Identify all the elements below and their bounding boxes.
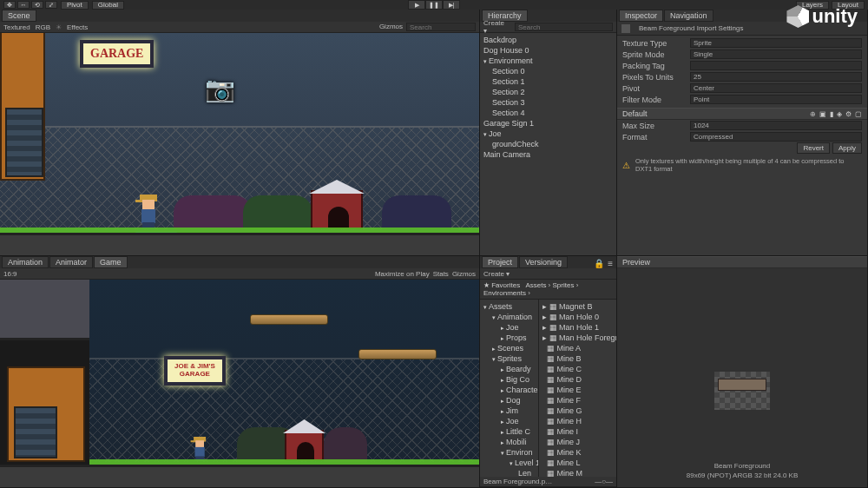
effects-toggle[interactable]: Effects: [67, 23, 88, 31]
move-tool[interactable]: ↔: [17, 1, 30, 9]
lock-icon[interactable]: 🔒: [594, 259, 604, 268]
gizmos-dropdown[interactable]: Gizmos: [379, 23, 403, 31]
folder-item[interactable]: Jim: [480, 406, 538, 416]
folder-item[interactable]: Sprites: [480, 353, 538, 364]
pivot-field[interactable]: Center: [690, 83, 862, 93]
folder-item[interactable]: Characte: [480, 385, 538, 395]
folder-item[interactable]: Mobili: [480, 437, 538, 447]
asset-item[interactable]: ▦ Mine F: [539, 395, 616, 406]
apply-button[interactable]: Apply: [832, 142, 862, 154]
hierarchy-item[interactable]: Joe: [480, 129, 616, 139]
asset-item[interactable]: ▦ Mine B: [539, 353, 616, 364]
hierarchy-item[interactable]: Section 4: [480, 108, 616, 118]
hierarchy-item[interactable]: Environment: [480, 56, 616, 66]
tab-navigation[interactable]: Navigation: [664, 10, 713, 22]
asset-item[interactable]: ▦ Mine A: [539, 343, 616, 353]
folder-item[interactable]: Joe: [480, 322, 538, 333]
tab-project[interactable]: Project: [482, 256, 518, 268]
tab-game[interactable]: Game: [94, 256, 128, 268]
layers-dropdown[interactable]: Layers: [796, 1, 829, 10]
game-gizmos-dropdown[interactable]: Gizmos: [452, 270, 476, 278]
step-button[interactable]: ▶|: [443, 0, 460, 10]
favorites-icon[interactable]: ★: [483, 281, 490, 289]
packing-tag-field[interactable]: [690, 61, 862, 70]
asset-item[interactable]: ▦ Mine L: [539, 458, 616, 468]
platform-tab[interactable]: Default: [622, 109, 648, 118]
hierarchy-item[interactable]: Backdrop: [480, 35, 616, 45]
revert-button[interactable]: Revert: [797, 142, 830, 154]
hierarchy-item[interactable]: Section 2: [480, 87, 616, 97]
asset-item[interactable]: ▦ Mine G: [539, 406, 616, 416]
project-create[interactable]: Create ▾: [483, 270, 510, 278]
asset-item[interactable]: ▸ ▦ Man Hole 0: [539, 312, 616, 322]
project-breadcrumb[interactable]: ★ Favorites Assets › Sprites › Environme…: [480, 280, 616, 300]
tab-versioning[interactable]: Versioning: [519, 256, 568, 268]
render-mode-dropdown[interactable]: Textured: [3, 23, 30, 31]
asset-item[interactable]: ▦ Mine D: [539, 374, 616, 385]
folder-item[interactable]: Len: [480, 468, 538, 477]
aspect-dropdown[interactable]: 16:9: [3, 270, 17, 278]
pause-button[interactable]: ❚❚: [425, 0, 443, 10]
hierarchy-tree[interactable]: Backdrop Dog House 0 Environment Section…: [480, 33, 616, 162]
folder-item[interactable]: Joe: [480, 416, 538, 426]
asset-item[interactable]: ▦ Mine J: [539, 437, 616, 447]
scene-view[interactable]: GARAGE 📷 groundCheck: [0, 33, 479, 255]
hierarchy-item[interactable]: Section 1: [480, 76, 616, 87]
panel-menu-icon[interactable]: ≡: [608, 259, 613, 268]
hierarchy-item[interactable]: Main Camera: [480, 149, 616, 160]
format-field[interactable]: Compressed: [690, 132, 862, 142]
ppu-field[interactable]: 25: [690, 72, 862, 82]
global-toggle[interactable]: Global: [92, 1, 124, 10]
stats-toggle[interactable]: Stats: [433, 270, 449, 278]
folder-item[interactable]: Assets: [480, 301, 538, 312]
preview-header[interactable]: Preview: [617, 256, 867, 268]
pivot-toggle[interactable]: Pivot: [61, 1, 89, 10]
asset-item[interactable]: ▸ ▦ Man Hole Foreground: [539, 333, 616, 343]
hierarchy-item[interactable]: groundCheck: [480, 139, 616, 149]
tab-animator[interactable]: Animator: [49, 256, 93, 268]
asset-item[interactable]: ▦ Mine K: [539, 447, 616, 458]
hierarchy-item[interactable]: Garage Sign 1: [480, 118, 616, 129]
tab-inspector[interactable]: Inspector: [619, 10, 663, 22]
maxsize-field[interactable]: 1024: [690, 121, 862, 130]
asset-item[interactable]: ▸ ▦ Magnet B: [539, 301, 616, 312]
asset-item[interactable]: ▦ Mine I: [539, 426, 616, 437]
folder-item[interactable]: Animation: [480, 312, 538, 322]
hierarchy-item[interactable]: Section 3: [480, 97, 616, 108]
rgb-dropdown[interactable]: RGB: [36, 23, 50, 31]
folder-item[interactable]: Big Co: [480, 374, 538, 385]
scale-tool[interactable]: ⤢: [45, 1, 57, 9]
asset-item[interactable]: ▦ Mine H: [539, 416, 616, 426]
asset-item[interactable]: ▦ Mine M: [539, 468, 616, 477]
camera-gizmo-icon[interactable]: 📷: [205, 75, 235, 103]
game-view[interactable]: JOE & JIM'SGARAGE: [0, 280, 479, 487]
hierarchy-item[interactable]: Section 0: [480, 66, 616, 76]
tab-scene[interactable]: Scene: [2, 10, 36, 22]
texture-type-field[interactable]: Sprite: [690, 38, 862, 48]
folder-item[interactable]: Scenes: [480, 343, 538, 353]
play-button[interactable]: ▶: [408, 0, 425, 10]
hierarchy-search[interactable]: [515, 23, 613, 31]
hierarchy-item[interactable]: Dog House 0: [480, 45, 616, 56]
filter-mode-field[interactable]: Point: [690, 95, 862, 104]
folder-item[interactable]: Props: [480, 333, 538, 343]
asset-item[interactable]: ▸ ▦ Man Hole 1: [539, 322, 616, 333]
rotate-tool[interactable]: ⟲: [31, 1, 43, 9]
layout-dropdown[interactable]: Layout: [832, 1, 865, 10]
scene-actor-joe[interactable]: [137, 195, 160, 229]
folder-item[interactable]: Little C: [480, 426, 538, 437]
hand-tool[interactable]: ✥: [3, 1, 16, 9]
tab-animation[interactable]: Animation: [2, 256, 49, 268]
project-folder-tree[interactable]: AssetsAnimationJoePropsScenesSpritesBear…: [480, 300, 539, 477]
scene-search[interactable]: [406, 23, 476, 31]
folder-item[interactable]: Level 1: [480, 458, 538, 468]
folder-item[interactable]: Dog: [480, 395, 538, 406]
folder-item[interactable]: Environ: [480, 447, 538, 458]
maximize-toggle[interactable]: Maximize on Play: [375, 270, 430, 278]
project-asset-list[interactable]: ▸ ▦ Magnet B▸ ▦ Man Hole 0▸ ▦ Man Hole 1…: [539, 300, 616, 477]
asset-item[interactable]: ▦ Mine C: [539, 364, 616, 374]
sprite-mode-field[interactable]: Single: [690, 49, 862, 59]
folder-item[interactable]: Beardy: [480, 364, 538, 374]
platform-icons[interactable]: ⊕▣▮◈⚙▢: [810, 110, 862, 118]
asset-item[interactable]: ▦ Mine E: [539, 385, 616, 395]
